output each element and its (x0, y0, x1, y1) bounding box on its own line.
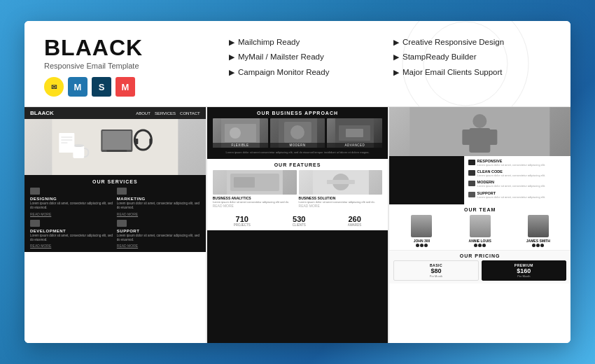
approach-label-2: MODERN (270, 143, 326, 148)
svg-rect-27 (326, 180, 354, 184)
social-icon[interactable] (420, 244, 424, 247)
pricing-title: OUR PRICING (393, 253, 566, 258)
social-icon[interactable] (482, 244, 486, 247)
arrow-icon: ▶ (229, 67, 234, 78)
feature-text: RESPONSIVE Lorem ipsum dolor sit amet, c… (477, 159, 545, 167)
social-icon[interactable] (532, 244, 536, 247)
header-section: BLAACK Responsive Email Template ✉ M S M… (24, 21, 570, 106)
preview1-nav-links: ABOUT SERVICES CONTACT (136, 111, 200, 115)
social-icon[interactable] (536, 244, 540, 247)
approach-img-1: FLEXIBLE (213, 118, 268, 148)
hero-image (24, 119, 206, 175)
preview2-approach: OUR BUSINESS APPROACH FLEXIBLE (207, 107, 388, 159)
approach-images: FLEXIBLE MODERN (213, 118, 383, 148)
service-desc: Lorem ipsum dolor sit amet, consectetur … (117, 202, 200, 210)
svg-rect-30 (470, 128, 491, 153)
nav-link-contact: CONTACT (180, 111, 200, 115)
team-member-3: JAMES SMITH (510, 215, 566, 247)
pricing-row: BASIC $80 Per Month PREMIUM $160 Per Mon… (393, 260, 566, 281)
read-more-link[interactable]: READ MORE (30, 212, 113, 216)
services-title: OUR SERVICES (30, 179, 200, 184)
approach-title: OUR BUSINESS APPROACH (213, 111, 383, 115)
feature-label: Creative Responsive Design (402, 36, 504, 48)
feature-desc: Lorem ipsum dolor sit amet, consectetur … (477, 184, 545, 188)
arrow-icon: ▶ (229, 37, 234, 48)
read-more-2[interactable]: READ MORE (299, 204, 383, 208)
feature-mymail: ▶ MyMail / Mailster Ready (229, 51, 386, 63)
feature-campaign-monitor: ▶ Campaign Monitor Ready (229, 66, 386, 78)
feature-text: MODERN Lorem ipsum dolor sit amet, conse… (477, 180, 545, 188)
arrow-icon: ▶ (229, 52, 234, 62)
feature-clean-code: CLEAN CODE Lorem ipsum dolor sit amet, c… (468, 169, 567, 177)
team-row: JOHN 300 ANNIE LOUIS (393, 215, 566, 247)
svg-rect-2 (102, 131, 131, 150)
plan-period-premium: Per Month (484, 274, 564, 278)
support-icon (468, 192, 475, 197)
preview3-pricing: OUR PRICING BASIC $80 Per Month PREMIUM … (389, 250, 570, 284)
approach-img-3: ADVANCED (327, 118, 382, 148)
service-icon-support (117, 220, 127, 227)
stat-num-projects: 710 (234, 215, 251, 223)
member-social-2 (474, 244, 486, 247)
preview-panels: BLAACK ABOUT SERVICES CONTACT (24, 106, 570, 343)
preview3-hero (389, 107, 570, 156)
mailchimp-icon: ✉ (44, 77, 64, 97)
feature-label: StampReady Builder (402, 51, 476, 63)
svg-rect-32 (489, 130, 498, 145)
service-name: MARKETING (117, 197, 200, 201)
svg-rect-7 (73, 146, 84, 158)
member-social-1 (416, 244, 428, 247)
member-name-1: JOHN 300 (414, 239, 430, 243)
workspace-illustration (24, 119, 206, 175)
modern-icon (468, 181, 475, 186)
service-icon-designing (30, 188, 40, 195)
social-icon[interactable] (424, 244, 428, 247)
brand-area: BLAACK Responsive Email Template ✉ M S M (44, 36, 212, 97)
feature-label: Mailchimp Ready (238, 36, 300, 48)
feature-illustration-2 (299, 170, 383, 195)
service-desc: Lorem ipsum dolor sit amet, consectetur … (30, 202, 113, 210)
stat-num-clients: 530 (293, 215, 306, 223)
feature-label: Campaign Monitor Ready (238, 66, 329, 78)
feature-text: SUPPORT Lorem ipsum dolor sit amet, cons… (477, 191, 545, 199)
preview1-services: OUR SERVICES DESIGNING Lorem ipsum dolor… (24, 175, 206, 252)
social-icon[interactable] (478, 244, 482, 247)
svg-rect-21 (346, 129, 363, 137)
member-photo-2 (470, 215, 491, 237)
nav-link-about: ABOUT (136, 111, 150, 115)
service-item: SUPPORT Lorem ipsum dolor sit amet, cons… (117, 220, 200, 248)
social-icon[interactable] (474, 244, 477, 247)
arrow-icon: ▶ (393, 37, 399, 48)
preview-panel-3: RESPONSIVE Lorem ipsum dolor sit amet, c… (389, 107, 570, 343)
read-more-link[interactable]: READ MORE (30, 244, 113, 248)
feature-label: Major Email Clients Support (402, 66, 503, 78)
preview1-nav-brand: BLAACK (30, 110, 54, 116)
read-more-1[interactable]: READ MORE (213, 204, 297, 208)
features-grid: ▶ Mailchimp Ready ▶ MyMail / Mailster Re… (212, 36, 551, 97)
nav-link-services: SERVICES (155, 111, 176, 115)
svg-point-15 (230, 127, 241, 139)
svg-point-8 (73, 144, 84, 147)
service-icon-marketing (117, 188, 127, 195)
member-social-3 (532, 244, 544, 247)
preview3-features-row: RESPONSIVE Lorem ipsum dolor sit amet, c… (389, 156, 570, 204)
service-item: MARKETING Lorem ipsum dolor sit amet, co… (117, 188, 200, 216)
feature-label: MyMail / Mailster Ready (238, 51, 324, 63)
mailster-icon: M (68, 77, 88, 97)
read-more-link[interactable]: READ MORE (117, 212, 200, 216)
stat-clients: 530 Clients (293, 215, 306, 227)
feature-img-1 (213, 170, 297, 195)
social-icon[interactable] (416, 244, 419, 247)
team-member-1: JOHN 300 (393, 215, 449, 247)
feature-desc: Lorem ipsum dolor sit amet, consectetur … (477, 163, 545, 167)
read-more-link[interactable]: READ MORE (117, 244, 200, 248)
feature-desc: Lorem ipsum dolor sit amet, consectetur … (477, 174, 545, 177)
feature-desc: Lorem ipsum dolor sit amet, consectetur … (477, 195, 545, 199)
team-title: OUR TEAM (393, 207, 566, 212)
social-icon[interactable] (540, 244, 544, 247)
approach-img-2: MODERN (270, 118, 326, 148)
service-name: DESIGNING (30, 197, 113, 201)
feature-support: SUPPORT Lorem ipsum dolor sit amet, cons… (468, 191, 567, 199)
member-name-2: ANNIE LOUIS (469, 239, 491, 243)
features-col-right: ▶ Creative Responsive Design ▶ StampRead… (393, 36, 551, 97)
